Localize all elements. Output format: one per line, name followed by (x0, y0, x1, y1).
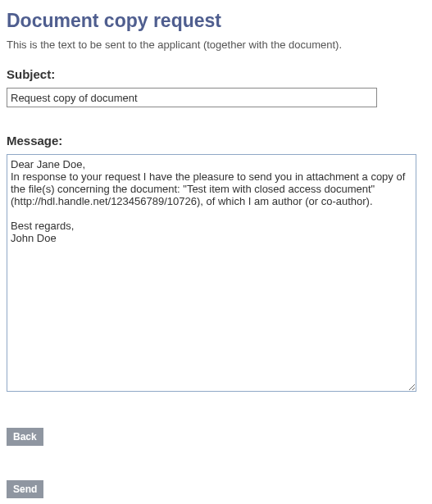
subject-label: Subject: (7, 67, 425, 81)
back-button[interactable]: Back (7, 428, 43, 446)
message-label: Message: (7, 134, 425, 148)
back-row: Back (7, 428, 425, 446)
send-button[interactable]: Send (7, 480, 43, 498)
message-input[interactable] (7, 154, 416, 392)
subject-input[interactable] (7, 88, 377, 107)
send-row: Send (7, 480, 425, 498)
intro-text: This is the text to be sent to the appli… (7, 39, 425, 51)
subject-section: Subject: (7, 67, 425, 107)
message-section: Message: (7, 134, 425, 395)
page-title: Document copy request (7, 10, 425, 32)
